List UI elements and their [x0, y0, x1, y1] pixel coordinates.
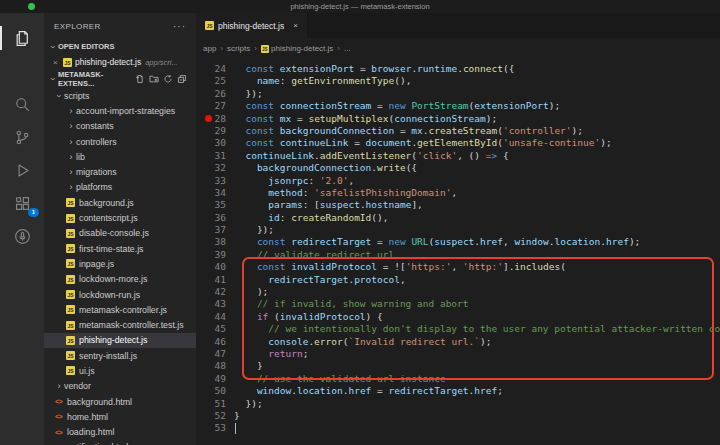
- breadcrumb-item[interactable]: app: [203, 44, 216, 53]
- tree-file-ui.js[interactable]: JSui.js: [44, 363, 196, 378]
- code-line-30[interactable]: 30 const continueLink = document.getElem…: [196, 137, 720, 149]
- tree-file-disable-console.js[interactable]: JSdisable-console.js: [44, 226, 196, 241]
- code-line-46[interactable]: 46 console.error(`Invalid redirect url.`…: [196, 336, 720, 348]
- line-number[interactable]: 49: [196, 373, 234, 385]
- code-line-25[interactable]: 25 name: getEnvironmentType(),: [196, 75, 720, 87]
- tree-file-home.html[interactable]: <>home.html: [44, 409, 196, 424]
- collapse-all-icon[interactable]: [177, 74, 187, 84]
- line-number[interactable]: 25: [196, 75, 234, 87]
- line-number[interactable]: 39: [196, 249, 234, 261]
- line-number[interactable]: 52: [196, 410, 234, 422]
- code-line-37[interactable]: 37 });: [196, 224, 720, 236]
- tree-file-metamask-controller.test.js[interactable]: JSmetamask-controller.test.js: [44, 317, 196, 332]
- code-line-52[interactable]: 52}: [196, 410, 720, 422]
- tree-folder-account-import-strategies[interactable]: ›account-import-strategies: [44, 103, 196, 118]
- code-line-29[interactable]: 29 const backgroundConnection = mx.creat…: [196, 125, 720, 137]
- tree-file-background.js[interactable]: JSbackground.js: [44, 195, 196, 210]
- line-number[interactable]: 26: [196, 88, 234, 100]
- tree-folder-vendor[interactable]: ›vendor: [44, 379, 196, 394]
- line-number[interactable]: 47: [196, 348, 234, 360]
- tree-file-sentry-install.js[interactable]: JSsentry-install.js: [44, 348, 196, 363]
- new-file-icon[interactable]: [135, 74, 145, 84]
- line-number[interactable]: 53: [196, 422, 234, 434]
- code-line-51[interactable]: 51 });: [196, 398, 720, 410]
- code-line-39[interactable]: 39 // validate redirect url: [196, 249, 720, 261]
- code-line-24[interactable]: 24 const extensionPort = browser.runtime…: [196, 63, 720, 75]
- code-line-53[interactable]: 53: [196, 422, 720, 434]
- more-actions-icon[interactable]: ···: [173, 21, 186, 32]
- activity-record-button[interactable]: [0, 221, 44, 251]
- line-number[interactable]: 48: [196, 360, 234, 372]
- project-header[interactable]: › METAMASK-EXTENS...: [44, 70, 196, 88]
- tree-file-metamask-controller.js[interactable]: JSmetamask-controller.js: [44, 302, 196, 317]
- breadcrumb-item[interactable]: JS phishing-detect.js: [261, 44, 333, 53]
- line-number[interactable]: 51: [196, 398, 234, 410]
- line-number[interactable]: 24: [196, 63, 234, 75]
- tree-folder-migrations[interactable]: ›migrations: [44, 164, 196, 179]
- tree-file-phishing-detect.js[interactable]: JSphishing-detect.js: [44, 333, 196, 348]
- new-folder-icon[interactable]: [149, 74, 159, 84]
- tree-file-background.html[interactable]: <>background.html: [44, 394, 196, 409]
- open-editors-header[interactable]: › OPEN EDITORS: [44, 39, 196, 54]
- breadcrumb-item[interactable]: scripts: [227, 44, 250, 53]
- line-number[interactable]: 45: [196, 323, 234, 335]
- tree-file-lockdown-run.js[interactable]: JSlockdown-run.js: [44, 287, 196, 302]
- code-line-49[interactable]: 49 // use the validated url instance: [196, 373, 720, 385]
- line-number[interactable]: 41: [196, 274, 234, 286]
- line-number[interactable]: 35: [196, 199, 234, 211]
- activity-source-control-button[interactable]: [0, 122, 44, 152]
- line-number[interactable]: 42: [196, 286, 234, 298]
- line-number[interactable]: 44: [196, 311, 234, 323]
- open-editor-item[interactable]: × JS phishing-detect.js app/scri...: [44, 54, 196, 70]
- code-area[interactable]: 24 const extensionPort = browser.runtime…: [196, 58, 720, 445]
- tree-file-inpage.js[interactable]: JSinpage.js: [44, 256, 196, 271]
- tree-file-notification.html[interactable]: <>notification.html: [44, 440, 196, 445]
- line-number[interactable]: 43: [196, 298, 234, 310]
- line-number[interactable]: 32: [196, 162, 234, 174]
- code-line-31[interactable]: 31 continueLink.addEventListener('click'…: [196, 150, 720, 162]
- code-line-48[interactable]: 48 }: [196, 360, 720, 372]
- line-number[interactable]: 40: [196, 261, 234, 273]
- tab-phishing-detect[interactable]: JS phishing-detect.js ×: [196, 13, 308, 38]
- code-line-50[interactable]: 50 window.location.href = redirectTarget…: [196, 385, 720, 397]
- code-line-44[interactable]: 44 if (invalidProtocol) {: [196, 311, 720, 323]
- refresh-icon[interactable]: [163, 74, 173, 84]
- code-line-45[interactable]: 45 // we intentionally don't display to …: [196, 323, 720, 335]
- code-line-42[interactable]: 42 );: [196, 286, 720, 298]
- activity-explorer-button[interactable]: [0, 23, 44, 53]
- code-line-27[interactable]: 27 const connectionStream = new PortStre…: [196, 100, 720, 112]
- tree-file-loading.html[interactable]: <>loading.html: [44, 425, 196, 440]
- code-line-47[interactable]: 47 return;: [196, 348, 720, 360]
- line-number[interactable]: 28: [196, 113, 234, 125]
- line-number[interactable]: 37: [196, 224, 234, 236]
- tree-file-lockdown-more.js[interactable]: JSlockdown-more.js: [44, 272, 196, 287]
- code-line-36[interactable]: 36 id: createRandomId(),: [196, 212, 720, 224]
- breadcrumb-item[interactable]: ...: [344, 44, 351, 53]
- line-number[interactable]: 50: [196, 385, 234, 397]
- line-number[interactable]: 38: [196, 236, 234, 248]
- line-number[interactable]: 29: [196, 125, 234, 137]
- line-number[interactable]: 33: [196, 175, 234, 187]
- code-line-34[interactable]: 34 method: 'safelistPhishingDomain',: [196, 187, 720, 199]
- tree-file-contentscript.js[interactable]: JScontentscript.js: [44, 210, 196, 225]
- code-line-28[interactable]: 28 const mx = setupMultiplex(connectionS…: [196, 113, 720, 125]
- line-number[interactable]: 34: [196, 187, 234, 199]
- traffic-light-green[interactable]: [28, 3, 35, 10]
- tree-folder-lib[interactable]: ›lib: [44, 149, 196, 164]
- code-line-32[interactable]: 32 backgroundConnection.write({: [196, 162, 720, 174]
- activity-run-debug-button[interactable]: [0, 155, 44, 185]
- tree-folder-platforms[interactable]: ›platforms: [44, 180, 196, 195]
- activity-search-button[interactable]: [0, 89, 44, 119]
- tree-folder-constants[interactable]: ›constants: [44, 119, 196, 134]
- code-line-38[interactable]: 38 const redirectTarget = new URL(suspec…: [196, 236, 720, 248]
- line-number[interactable]: 27: [196, 100, 234, 112]
- close-icon[interactable]: ×: [53, 58, 63, 67]
- code-line-26[interactable]: 26 });: [196, 88, 720, 100]
- code-line-41[interactable]: 41 redirectTarget.protocol,: [196, 274, 720, 286]
- code-line-40[interactable]: 40 const invalidProtocol = !['https:', '…: [196, 261, 720, 273]
- tree-file-first-time-state.js[interactable]: JSfirst-time-state.js: [44, 241, 196, 256]
- code-line-35[interactable]: 35 params: [suspect.hostname],: [196, 199, 720, 211]
- line-number[interactable]: 30: [196, 137, 234, 149]
- tree-folder-scripts[interactable]: ›scripts: [44, 88, 196, 103]
- line-number[interactable]: 46: [196, 336, 234, 348]
